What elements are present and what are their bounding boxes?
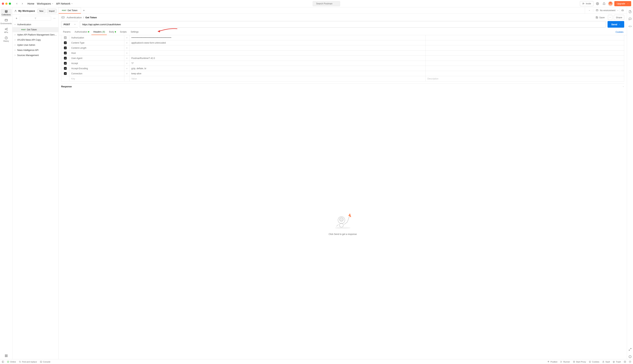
header-info-button[interactable] bbox=[124, 35, 130, 40]
header-key-placeholder[interactable]: Key bbox=[70, 76, 124, 81]
search-input[interactable] bbox=[316, 2, 344, 5]
header-row[interactable]: Connectionkeep-alive bbox=[61, 71, 624, 76]
header-key[interactable]: Authorization bbox=[70, 35, 124, 40]
tree-folder[interactable]: News Intelligence API bbox=[12, 48, 58, 53]
invite-button[interactable]: Invite bbox=[580, 1, 594, 6]
environment-quicklook-button[interactable] bbox=[620, 8, 625, 13]
header-description[interactable] bbox=[426, 46, 624, 50]
header-row[interactable]: Authorization•••••••••••••••••••••••••••… bbox=[61, 35, 624, 40]
tree-folder[interactable]: AYLIEN News API Copy bbox=[12, 37, 58, 42]
sidebar-more-button[interactable] bbox=[52, 16, 57, 21]
tree-request-get-token[interactable]: POST Get Token bbox=[12, 27, 58, 32]
new-tab-button[interactable] bbox=[81, 9, 87, 12]
new-button[interactable]: New bbox=[37, 9, 46, 13]
import-button[interactable]: Import bbox=[47, 9, 56, 13]
header-row[interactable]: User-AgentPostmanRuntime/7.42.0 bbox=[61, 56, 624, 61]
rail-environments[interactable]: Environments bbox=[1, 18, 12, 26]
header-desc-placeholder[interactable]: Description bbox=[426, 76, 624, 81]
global-search[interactable] bbox=[313, 1, 340, 6]
header-description[interactable] bbox=[426, 61, 624, 66]
header-row[interactable]: Host bbox=[61, 50, 624, 56]
header-key[interactable]: Accept-Encoding bbox=[70, 66, 124, 71]
footer-postbot[interactable]: Postbot bbox=[547, 361, 557, 363]
header-key[interactable]: Connection bbox=[70, 71, 124, 76]
save-dropdown-button[interactable] bbox=[608, 15, 612, 20]
subtab-authorization[interactable]: Authorization bbox=[73, 29, 91, 35]
header-key[interactable]: User-Agent bbox=[70, 56, 124, 60]
header-checkbox[interactable] bbox=[64, 36, 67, 39]
header-row[interactable]: Content-Length bbox=[61, 46, 624, 50]
header-checkbox[interactable] bbox=[64, 72, 67, 75]
footer-console[interactable]: Console bbox=[40, 361, 50, 363]
notifications-button[interactable] bbox=[602, 1, 606, 6]
header-row-new[interactable]: KeyValueDescription bbox=[61, 76, 624, 81]
window-close[interactable] bbox=[2, 2, 4, 5]
header-description[interactable] bbox=[426, 35, 624, 40]
header-info-button[interactable] bbox=[124, 40, 130, 45]
subtab-params[interactable]: Params bbox=[61, 29, 72, 35]
header-key[interactable]: Content-Length bbox=[70, 46, 124, 50]
right-rail-code[interactable] bbox=[628, 24, 633, 29]
rail-history[interactable]: History bbox=[1, 35, 12, 43]
header-checkbox[interactable] bbox=[64, 67, 67, 70]
window-zoom[interactable] bbox=[9, 2, 11, 5]
header-key[interactable]: Content-Type bbox=[70, 40, 124, 45]
rail-collections[interactable]: Collections bbox=[1, 9, 12, 17]
breadcrumb-parent[interactable]: Authentication bbox=[67, 16, 82, 19]
header-value-placeholder[interactable]: Value bbox=[130, 76, 426, 81]
header-info-button[interactable] bbox=[124, 61, 130, 66]
header-info-button[interactable] bbox=[124, 71, 130, 76]
header-value[interactable]: keep-alive bbox=[130, 71, 426, 76]
url-input[interactable] bbox=[80, 21, 606, 28]
header-description[interactable] bbox=[426, 50, 624, 56]
tree-folder[interactable]: Aylien User Admin bbox=[12, 42, 58, 48]
tabs-dropdown-button[interactable] bbox=[587, 8, 592, 13]
right-rail-info[interactable] bbox=[628, 354, 633, 359]
header-description[interactable] bbox=[426, 66, 624, 71]
footer-layout[interactable] bbox=[624, 361, 626, 363]
header-description[interactable] bbox=[426, 40, 624, 45]
subtab-scripts[interactable]: Scripts bbox=[118, 29, 128, 35]
subtab-headers[interactable]: Headers (8) bbox=[92, 29, 107, 35]
footer-runner[interactable]: Runner bbox=[560, 361, 570, 363]
right-rail-docs[interactable] bbox=[628, 9, 633, 14]
footer-trash[interactable]: Trash bbox=[613, 361, 621, 363]
header-value[interactable]: application/x-www-form-urlencoded bbox=[130, 40, 426, 45]
rail-apis[interactable]: APIs bbox=[1, 26, 12, 34]
sidebar-filter[interactable] bbox=[20, 16, 51, 21]
footer-online[interactable]: Online bbox=[7, 361, 16, 363]
nav-forward-button[interactable] bbox=[20, 1, 25, 6]
right-rail-comments[interactable] bbox=[628, 16, 633, 22]
footer-panel-toggle[interactable] bbox=[2, 361, 4, 363]
subtab-settings[interactable]: Settings bbox=[129, 29, 140, 35]
header-value[interactable] bbox=[130, 46, 426, 50]
window-minimize[interactable] bbox=[5, 2, 8, 5]
header-row[interactable]: Accept*/* bbox=[61, 61, 624, 66]
header-info-button[interactable] bbox=[124, 50, 130, 56]
create-collection-button[interactable] bbox=[14, 16, 19, 21]
subtab-body[interactable]: Body bbox=[107, 29, 118, 35]
method-select[interactable]: POST bbox=[61, 21, 78, 28]
header-description[interactable] bbox=[426, 56, 624, 60]
header-value[interactable]: gzip, deflate, br bbox=[130, 66, 426, 71]
header-row[interactable]: Content-Typeapplication/x-www-form-urlen… bbox=[61, 40, 624, 46]
tree-folder[interactable]: Sources Management bbox=[12, 53, 58, 58]
send-button[interactable]: Send bbox=[608, 21, 624, 28]
header-checkbox[interactable] bbox=[64, 42, 67, 44]
header-info-button[interactable] bbox=[124, 46, 130, 50]
header-value[interactable]: ••••••••••••••••••••••••••••••••••••••••… bbox=[130, 35, 426, 40]
footer-find-replace[interactable]: Find and replace bbox=[19, 361, 37, 363]
footer-vault[interactable]: Vault bbox=[602, 361, 610, 363]
header-info-button[interactable] bbox=[124, 56, 130, 60]
save-button[interactable]: Save bbox=[594, 15, 606, 20]
footer-help[interactable] bbox=[629, 361, 631, 363]
nav-api-network[interactable]: API Network bbox=[56, 2, 73, 5]
right-rail-expand[interactable] bbox=[628, 347, 633, 352]
environment-select[interactable]: No environment bbox=[593, 9, 619, 12]
header-key[interactable]: Host bbox=[70, 50, 124, 56]
footer-proxy[interactable]: Start Proxy bbox=[573, 361, 586, 363]
header-checkbox[interactable] bbox=[64, 62, 67, 65]
cookies-link[interactable]: Cookies bbox=[615, 29, 624, 35]
nav-home[interactable]: Home bbox=[28, 2, 34, 5]
tree-folder-authentication[interactable]: Authentication bbox=[12, 22, 58, 27]
